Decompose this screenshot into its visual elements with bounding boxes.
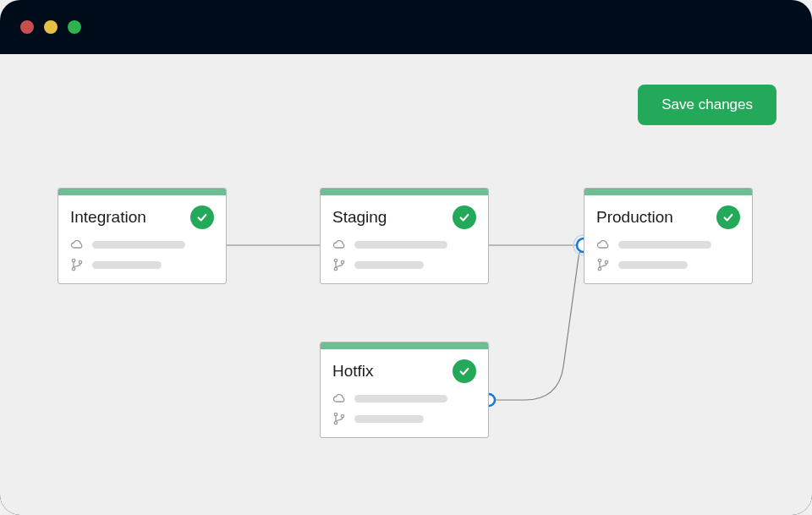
check-icon bbox=[453, 205, 476, 229]
git-branch-icon bbox=[332, 258, 346, 271]
node-staging[interactable]: Staging bbox=[320, 188, 489, 284]
cloud-icon bbox=[332, 238, 346, 251]
node-branch-row bbox=[332, 412, 476, 425]
svg-point-3 bbox=[334, 259, 337, 261]
node-title: Staging bbox=[332, 208, 387, 227]
svg-point-1 bbox=[72, 267, 74, 270]
app-window: Save changes Integration bbox=[0, 0, 812, 515]
close-icon[interactable] bbox=[20, 20, 34, 34]
node-branch-row bbox=[596, 258, 740, 271]
titlebar bbox=[0, 0, 812, 54]
svg-point-5 bbox=[341, 260, 343, 263]
node-header-bar bbox=[321, 342, 488, 349]
cloud-icon bbox=[332, 392, 346, 405]
node-body: Production bbox=[584, 195, 752, 283]
svg-point-2 bbox=[79, 260, 81, 263]
node-cloud-row bbox=[596, 238, 740, 251]
node-title: Integration bbox=[70, 208, 146, 227]
placeholder-bar bbox=[92, 241, 185, 249]
content-area: Save changes Integration bbox=[0, 54, 812, 515]
placeholder-bar bbox=[92, 261, 162, 269]
git-branch-icon bbox=[596, 258, 610, 271]
maximize-icon[interactable] bbox=[68, 20, 81, 34]
svg-point-11 bbox=[341, 414, 343, 417]
node-body: Hotfix bbox=[321, 349, 488, 437]
placeholder-bar bbox=[618, 261, 688, 269]
node-cloud-row bbox=[332, 392, 476, 405]
placeholder-bar bbox=[354, 395, 447, 403]
node-branch-row bbox=[70, 258, 214, 271]
node-body: Staging bbox=[321, 195, 488, 283]
cloud-icon bbox=[70, 238, 84, 251]
svg-point-9 bbox=[334, 413, 337, 415]
node-cloud-row bbox=[332, 238, 476, 251]
minimize-icon[interactable] bbox=[44, 20, 58, 34]
git-branch-icon bbox=[332, 412, 346, 425]
node-title: Production bbox=[596, 208, 673, 227]
check-icon bbox=[190, 205, 214, 229]
git-branch-icon bbox=[70, 258, 84, 271]
placeholder-bar bbox=[354, 261, 424, 269]
node-production[interactable]: Production bbox=[584, 188, 753, 284]
diagram-canvas[interactable]: Integration bbox=[0, 54, 812, 515]
svg-point-7 bbox=[598, 267, 601, 270]
svg-point-6 bbox=[598, 259, 601, 261]
svg-point-10 bbox=[334, 421, 337, 424]
placeholder-bar bbox=[618, 241, 711, 249]
cloud-icon bbox=[596, 238, 610, 251]
connection-curve bbox=[489, 245, 592, 400]
node-cloud-row bbox=[70, 238, 214, 251]
check-icon bbox=[716, 205, 740, 229]
node-body: Integration bbox=[58, 195, 226, 283]
svg-point-0 bbox=[72, 259, 74, 261]
connections-layer bbox=[0, 54, 812, 515]
placeholder-bar bbox=[354, 415, 424, 423]
node-header-bar bbox=[584, 189, 752, 195]
svg-point-4 bbox=[334, 267, 337, 270]
node-title: Hotfix bbox=[332, 362, 374, 381]
node-integration[interactable]: Integration bbox=[58, 188, 227, 284]
node-hotfix[interactable]: Hotfix bbox=[320, 342, 489, 438]
node-branch-row bbox=[332, 258, 476, 271]
node-header-bar bbox=[58, 189, 226, 195]
svg-point-8 bbox=[605, 260, 607, 263]
placeholder-bar bbox=[354, 241, 447, 249]
node-header-bar bbox=[321, 189, 488, 195]
check-icon bbox=[453, 359, 476, 383]
